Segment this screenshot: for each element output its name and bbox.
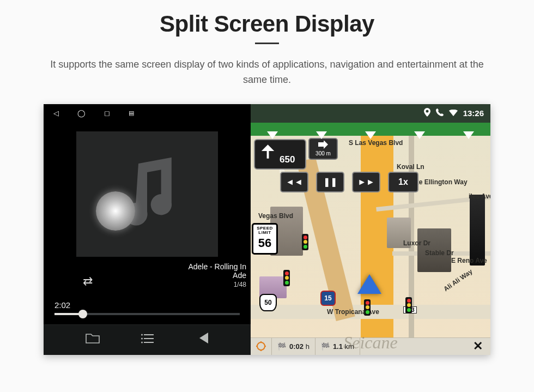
svg-point-2 [141, 342, 143, 343]
eta-unit: h [306, 342, 310, 351]
sim-speed-button[interactable]: 1x [388, 172, 418, 192]
distance-unit: km [345, 342, 354, 351]
track-info: Adele - Rolling In Ade 1/48 [188, 262, 246, 288]
turn-card[interactable]: 650 m [254, 139, 306, 170]
playlist-icon[interactable] [141, 333, 154, 347]
phone-icon[interactable] [436, 108, 444, 118]
folder-icon[interactable] [86, 333, 100, 347]
map-bottom-bar: 🏁 0:02 h 🏁 1.1 km ✕ [251, 337, 490, 355]
speed-limit-value: 56 [253, 237, 276, 249]
building [470, 195, 485, 266]
lane-arrow-icon [365, 131, 376, 139]
android-nav-bar: ◁ ◯ ◻ ▤ [44, 104, 251, 123]
eta-segment[interactable]: 🏁 0:02 h [272, 338, 315, 355]
svg-point-0 [141, 334, 143, 336]
remaining-distance: 1.1 [333, 342, 343, 351]
distance-segment[interactable]: 🏁 1.1 km [315, 338, 360, 355]
progress-row: 2:02 [44, 300, 251, 315]
recenter-button[interactable] [251, 338, 272, 355]
page-title: Split Screen Display [160, 11, 374, 37]
street-label: Stable Dr [425, 249, 454, 257]
sim-controls: ◄◄ ❚❚ ►► 1x [280, 172, 418, 192]
progress-slider[interactable] [54, 313, 240, 315]
joystick-overlay[interactable] [96, 191, 135, 231]
street-label: Koval Ln [397, 163, 424, 171]
svg-point-1 [141, 338, 143, 340]
page-subtitle: It supports the same screen display of t… [38, 57, 496, 88]
lane-arrow-icon [463, 131, 474, 139]
close-button[interactable]: ✕ [465, 339, 490, 353]
wifi-icon [449, 108, 458, 118]
recent-icon[interactable]: ◻ [104, 109, 110, 117]
speed-limit-sign: SPEEDLIMIT 56 [252, 223, 278, 255]
vehicle-cursor-icon [357, 274, 381, 294]
track-title: Adele - Rolling In [188, 262, 246, 271]
device-screenshot: ◁ ◯ ◻ ▤ ⇄ Adele - Rolling In Ade 1/48 2:… [44, 104, 490, 355]
traffic-light-icon [302, 234, 308, 250]
back-icon[interactable]: ◁ [53, 109, 59, 117]
shuffle-icon[interactable]: ⇄ [83, 274, 93, 288]
highway-shield: 50 [259, 294, 277, 311]
previous-icon[interactable] [196, 333, 209, 347]
sim-next-button[interactable]: ►► [352, 172, 380, 192]
sim-prev-button[interactable]: ◄◄ [280, 172, 308, 192]
street-label: W Tropicana Ave [327, 308, 379, 316]
map-pane: 13:26 S Las Vegas Blvd Koval Ln [251, 104, 490, 355]
street-label: iles Ave [469, 192, 490, 200]
street-label: Luxor Dr [403, 239, 430, 247]
street-label: E Reno Ave [451, 257, 487, 264]
lane-arrow-icon [267, 131, 278, 139]
next-unit: m [326, 150, 331, 156]
sim-pause-button[interactable]: ❚❚ [316, 172, 344, 192]
track-counter: 1/48 [188, 281, 246, 288]
location-icon[interactable] [424, 108, 430, 118]
home-icon[interactable]: ◯ [77, 109, 86, 117]
next-distance: 300 [315, 150, 325, 156]
music-pane: ◁ ◯ ◻ ▤ ⇄ Adele - Rolling In Ade 1/48 2:… [44, 104, 251, 355]
screenshot-icon[interactable]: ▤ [129, 110, 134, 117]
traffic-light-icon [405, 297, 412, 313]
lane-arrow-icon [316, 131, 327, 139]
lane-guidance [251, 123, 490, 136]
clock-time: 13:26 [463, 108, 484, 118]
track-artist: Ade [188, 271, 246, 280]
title-underline [255, 43, 279, 44]
next-turn-card[interactable]: 300 m [308, 138, 338, 160]
eta-time: 0:02 [289, 342, 304, 351]
turn-right-icon [318, 141, 329, 150]
svg-point-3 [257, 342, 265, 350]
interstate-shield: 15 [320, 291, 336, 306]
street-label: Vegas Blvd [258, 212, 293, 220]
lane-arrow-icon [414, 131, 425, 139]
status-bar: 13:26 [251, 104, 490, 123]
music-bottom-bar [44, 324, 251, 355]
elapsed-time: 2:02 [54, 300, 70, 310]
speed-limit-label: SPEEDLIMIT [253, 225, 276, 236]
turn-distance: 650 [280, 154, 295, 165]
street-label: S Las Vegas Blvd [349, 139, 403, 147]
traffic-light-icon [364, 299, 371, 316]
traffic-light-icon [283, 270, 290, 286]
album-art [76, 131, 218, 257]
turn-left-icon [258, 142, 277, 162]
